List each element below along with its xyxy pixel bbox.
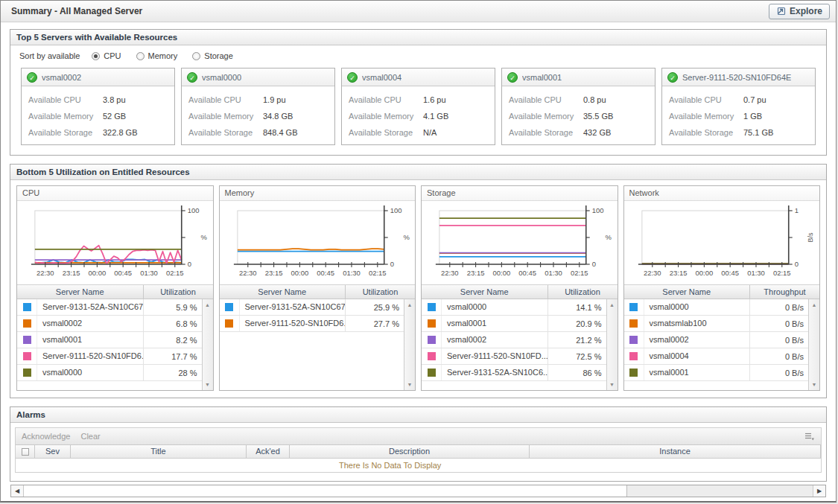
sort-option-cpu[interactable]: CPU xyxy=(92,51,121,60)
scroll-down-arrow-icon[interactable]: ▼ xyxy=(609,379,615,390)
metric-row: Available Memory35.5 GB xyxy=(509,108,648,124)
scroll-up-arrow-icon[interactable]: ▲ xyxy=(205,299,210,310)
table-row[interactable]: Server-9131-52A-SN10C67...5.9 % xyxy=(17,299,202,316)
sort-option-storage[interactable]: Storage xyxy=(192,51,233,60)
svg-text:23:15: 23:15 xyxy=(63,269,80,277)
clear-button[interactable]: Clear xyxy=(80,432,100,441)
column-header-value[interactable]: Throughput xyxy=(750,285,819,299)
table-row[interactable]: Server-9111-520-SN10FD6...17.7 % xyxy=(17,348,202,365)
column-header-value[interactable]: Utilization xyxy=(346,285,415,299)
horizontal-scrollbar-track[interactable] xyxy=(627,485,813,497)
alarm-column-header-title[interactable]: Title xyxy=(71,445,247,458)
svg-text:0: 0 xyxy=(188,260,191,268)
column-header-server-name[interactable]: Server Name xyxy=(220,285,346,299)
server-name: vsmal0002 xyxy=(42,73,81,82)
sort-option-memory[interactable]: Memory xyxy=(136,51,178,60)
select-all-checkbox[interactable] xyxy=(22,448,29,456)
series-color-swatch xyxy=(629,336,638,344)
metric-value: 1.9 pu xyxy=(263,95,286,104)
table-row[interactable]: vsmal000120.9 % xyxy=(422,316,606,332)
svg-text:0: 0 xyxy=(390,260,393,268)
metric-row: Available CPU0.7 pu xyxy=(669,92,808,108)
server-name-cell: vsmal0002 xyxy=(37,316,144,331)
metric-row: Available Memory1 GB xyxy=(669,108,808,124)
alarm-column-header-sev[interactable]: Sev xyxy=(35,445,71,458)
table-row[interactable]: vsmal00010 B/s xyxy=(624,365,809,381)
alarm-column-header-instance[interactable]: Instance xyxy=(530,445,821,458)
radio-cpu-selected[interactable] xyxy=(92,52,100,60)
panel-title: Storage xyxy=(422,186,618,201)
column-header-value[interactable]: Utilization xyxy=(144,285,213,299)
server-name-cell: vsmal0000 xyxy=(37,365,144,380)
metric-label: Available CPU xyxy=(669,95,743,104)
metric-label: Available Memory xyxy=(349,112,423,121)
series-swatch-cell xyxy=(624,316,644,331)
table-row[interactable]: Server-9111-520-SN10FD6...27.7 % xyxy=(220,316,404,332)
scroll-up-arrow-icon[interactable]: ▲ xyxy=(812,299,817,310)
metric-row: Available Storage322.8 GB xyxy=(28,124,168,141)
explore-button[interactable]: Explore xyxy=(769,4,830,19)
column-header-server-name[interactable]: Server Name xyxy=(624,285,751,299)
server-card-header[interactable]: vsmal0001 xyxy=(502,68,655,86)
scroll-up-arrow-icon[interactable]: ▲ xyxy=(609,299,615,310)
vertical-scrollbar[interactable]: ▲▼ xyxy=(606,299,618,390)
server-card-header[interactable]: Server-9111-520-SN10FD64E xyxy=(662,68,815,86)
table-row[interactable]: Server-9131-52A-SN10C67...25.9 % xyxy=(220,299,404,316)
column-header-value[interactable]: Utilization xyxy=(548,285,618,299)
alarms-section-header: Alarms xyxy=(10,407,826,423)
table-row[interactable]: Server-9131-52A-SN10C6...86 % xyxy=(422,365,606,381)
series-color-swatch xyxy=(23,319,31,328)
scroll-up-arrow-icon[interactable]: ▲ xyxy=(407,299,413,310)
table-row[interactable]: vsmal000028 % xyxy=(17,365,202,381)
series-swatch-cell xyxy=(422,365,442,380)
table-row[interactable]: vsmal000014.1 % xyxy=(422,299,606,316)
table-row[interactable]: vsmal00018.2 % xyxy=(17,332,202,348)
table-row[interactable]: vsmal000221.2 % xyxy=(422,332,606,348)
server-name: Server-9111-520-SN10FD64E xyxy=(682,73,791,82)
acknowledge-button[interactable]: Acknowledge xyxy=(22,432,70,441)
scroll-left-arrow-icon[interactable]: ◀ xyxy=(11,485,24,497)
radio-storage[interactable] xyxy=(192,52,200,60)
svg-text:23:15: 23:15 xyxy=(467,269,485,277)
scroll-right-arrow-icon[interactable]: ▶ xyxy=(813,485,825,497)
server-card-body: Available CPU0.7 puAvailable Memory1 GBA… xyxy=(662,86,815,144)
horizontal-scrollbar-thumb[interactable] xyxy=(24,485,627,497)
value-cell: 17.7 % xyxy=(144,352,202,361)
column-header-server-name[interactable]: Server Name xyxy=(422,285,548,299)
vertical-scrollbar[interactable]: ▲▼ xyxy=(808,299,819,390)
alarm-column-header-description[interactable]: Description xyxy=(290,445,530,458)
table-row[interactable]: Server-9111-520-SN10FD...72.5 % xyxy=(422,348,606,365)
table-row[interactable]: vsmal00026.8 % xyxy=(17,316,202,332)
explore-label: Explore xyxy=(790,6,822,16)
metric-value: 4.1 GB xyxy=(423,112,448,121)
table-row[interactable]: vsmatsmlab1000 B/s xyxy=(624,316,809,332)
server-card-header[interactable]: vsmal0002 xyxy=(22,68,174,86)
metric-value: 0.7 pu xyxy=(743,95,766,104)
server-card-header[interactable]: vsmal0004 xyxy=(342,68,495,86)
utilization-chart: 22:3023:1500:0000:4501:3002:151000% xyxy=(17,201,213,284)
scroll-down-arrow-icon[interactable]: ▼ xyxy=(205,379,210,390)
value-cell: 20.9 % xyxy=(548,319,606,328)
scroll-down-arrow-icon[interactable]: ▼ xyxy=(812,379,817,390)
table-row[interactable]: vsmal00040 B/s xyxy=(624,348,809,365)
svg-text:100: 100 xyxy=(592,206,604,214)
scroll-down-arrow-icon[interactable]: ▼ xyxy=(407,379,413,390)
table-row[interactable]: vsmal00000 B/s xyxy=(624,299,809,316)
server-card-header[interactable]: vsmal0000 xyxy=(182,68,334,86)
metric-row: Available Storage848.4 GB xyxy=(188,124,328,141)
server-card: vsmal0000Available CPU1.9 puAvailable Me… xyxy=(181,68,335,145)
table-row[interactable]: vsmal00020 B/s xyxy=(624,332,809,348)
vertical-scrollbar[interactable]: ▲▼ xyxy=(404,299,415,390)
server-card: Server-9111-520-SN10FD64EAvailable CPU0.… xyxy=(661,68,816,145)
metric-value: 35.5 GB xyxy=(583,112,613,121)
status-ok-icon xyxy=(347,72,358,83)
alarm-column-header-acked[interactable]: Ack'ed xyxy=(247,445,290,458)
vertical-scrollbar[interactable]: ▲▼ xyxy=(202,299,213,390)
column-header-server-name[interactable]: Server Name xyxy=(17,285,144,299)
server-card: vsmal0001Available CPU0.8 puAvailable Me… xyxy=(501,68,656,145)
metric-value: 75.1 GB xyxy=(743,128,773,137)
table-customizer-icon[interactable] xyxy=(804,432,815,441)
horizontal-scrollbar[interactable]: ◀ ▶ xyxy=(10,485,826,497)
svg-text:02:15: 02:15 xyxy=(571,269,588,277)
radio-memory[interactable] xyxy=(136,52,145,60)
